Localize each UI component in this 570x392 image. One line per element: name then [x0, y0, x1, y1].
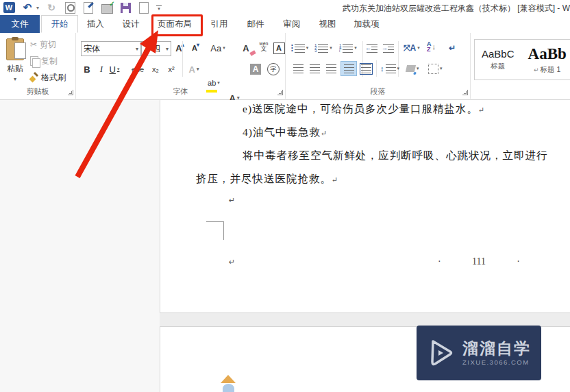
tab-mailings[interactable]: 邮件 — [238, 15, 273, 33]
bullets-lines — [295, 44, 305, 53]
doc-paragraph: 4)油气中毒急救↵ — [243, 125, 327, 140]
bullets-dots: ••• — [291, 44, 293, 52]
paste-button[interactable]: 粘贴 ▾ — [3, 38, 27, 93]
style-sample: AaBb — [528, 45, 567, 63]
undo-dropdown-icon[interactable]: ▾ — [36, 5, 39, 11]
decrease-indent-button[interactable] — [367, 41, 377, 55]
borders-button[interactable]: ▾ — [428, 62, 443, 75]
asian-layout-button[interactable]: ⤧A ▾ — [404, 41, 420, 55]
tab-review[interactable]: 审阅 — [273, 15, 310, 33]
word-logo-icon[interactable]: W — [3, 1, 15, 14]
show-hide-marks-button[interactable]: ↵ — [449, 41, 456, 55]
phonetic-guide-button[interactable]: wén 文 — [256, 39, 271, 54]
style-item-heading1[interactable]: AaBb ↵标题 1 — [521, 40, 570, 79]
change-case-dropdown-icon: ▾ — [223, 45, 225, 51]
clipboard-dialog-launcher[interactable] — [68, 90, 73, 95]
align-center-button[interactable] — [308, 62, 321, 75]
redo-button[interactable]: ↻ — [45, 1, 58, 14]
grow-font-button[interactable]: A▴ — [173, 40, 187, 56]
pinyin-icon: wén 文 — [260, 41, 269, 52]
change-case-label: Aa — [210, 43, 221, 53]
paint-bucket-icon — [406, 65, 416, 72]
save-button[interactable] — [119, 1, 132, 14]
multilevel-lines — [343, 44, 353, 53]
subscript-button[interactable]: x₂ — [149, 62, 162, 77]
paragraph-group: ••• ▾ 123 ▾ 1ai ▾ ⤧A ▾ — [286, 33, 471, 99]
customize-qat-dropdown[interactable]: ▾ — [156, 5, 162, 10]
font-size-combo[interactable]: 小四 ▾ — [141, 41, 171, 56]
tab-file[interactable]: 文件 — [0, 15, 40, 33]
font-name-value: 宋体 — [84, 43, 100, 55]
superscript-button[interactable]: x² — [164, 62, 178, 77]
shading-dropdown-icon: ▾ — [417, 66, 419, 71]
character-shading-button[interactable]: A — [249, 62, 262, 77]
doc-paragraph: e)送医院途中，可给伤员多次少量口服精盐水。↵ — [243, 102, 484, 117]
bullets-button[interactable]: ••• ▾ — [291, 41, 308, 55]
multilevel-nums: 1ai — [339, 44, 341, 52]
cut-button[interactable]: ✂ 剪切 — [30, 38, 56, 51]
paragraph-mark: ↵ — [321, 129, 327, 137]
align-right-button[interactable] — [324, 62, 338, 75]
tab-design[interactable]: 设计 — [113, 15, 149, 33]
format-painter-button[interactable]: 格式刷 — [30, 71, 66, 84]
distribute-button[interactable] — [358, 62, 373, 75]
ribbon: 粘贴 ▾ ✂ 剪切 复制 格式刷 剪贴板 宋体 ▾ — [0, 33, 570, 100]
increase-indent-button[interactable] — [383, 41, 394, 55]
copy-button[interactable]: 复制 — [30, 55, 58, 67]
numbering-button[interactable]: 123 ▾ — [314, 41, 332, 55]
align-left-button[interactable] — [291, 62, 305, 75]
title-bar: W ↶ ▾ ↻ ▾ 武功东关加油站双层罐改造工程承鑫（技术标） [兼容模式] -… — [0, 0, 570, 15]
line-spacing-button[interactable]: ↕ ▾ — [380, 62, 399, 75]
undo-button[interactable]: ↶ — [21, 1, 34, 14]
edit-button[interactable] — [82, 1, 95, 14]
font-name-combo[interactable]: 宋体 ▾ — [81, 41, 141, 56]
asian-layout-dropdown-icon: ▾ — [417, 45, 420, 51]
clipboard-group: 粘贴 ▾ ✂ 剪切 复制 格式刷 剪贴板 — [0, 33, 76, 99]
sort-button[interactable]: A Z ↓ — [427, 40, 436, 53]
tab-references[interactable]: 引用 — [201, 15, 238, 33]
print-preview-button[interactable] — [64, 1, 76, 14]
font-dialog-launcher[interactable] — [277, 90, 283, 95]
document-title: 武功东关加油站双层罐改造工程承鑫（技术标） [兼容模式] - W — [343, 3, 570, 14]
character-border-icon: A — [273, 42, 285, 54]
style-item-title[interactable]: AaBbC 标题 — [475, 40, 521, 79]
character-border-button[interactable]: A — [272, 40, 286, 56]
borders-icon — [428, 64, 438, 74]
multilevel-dropdown-icon: ▾ — [354, 45, 357, 51]
paragraph-dialog-launcher[interactable] — [462, 90, 468, 95]
format-painter-label: 格式刷 — [41, 72, 66, 84]
style-sample: AaBbC — [482, 48, 515, 60]
document-page-1[interactable]: e)送医院途中，可给伤员多次少量口服精盐水。↵ 4)油气中毒急救↵ 将中毒者移至… — [160, 100, 570, 313]
tab-page-layout[interactable]: 页面布局 — [149, 15, 201, 33]
new-document-button[interactable] — [138, 1, 150, 14]
styles-gallery: AaBbC 标题 AaBb ↵标题 1 — [474, 39, 570, 80]
tab-view[interactable]: 视图 — [310, 15, 345, 33]
multilevel-list-button[interactable]: 1ai ▾ — [339, 41, 357, 55]
document-shape-blue — [223, 384, 234, 392]
paste-dropdown-icon: ▾ — [14, 76, 16, 82]
enclose-characters-button[interactable]: 字 — [267, 62, 280, 77]
text-effects-button[interactable]: A▾ — [186, 62, 202, 77]
strikethrough-button[interactable]: abc — [129, 62, 146, 77]
font-size-value: 小四 — [144, 43, 160, 55]
printer-icon — [101, 4, 113, 14]
superscript-label: x² — [168, 65, 174, 73]
watermark-url: ZIXUE.3066.COM — [462, 359, 531, 366]
watermark-brand: 溜溜自学 — [462, 340, 531, 357]
change-case-button[interactable]: Aa ▾ — [208, 40, 228, 56]
bold-label: B — [84, 64, 90, 75]
shrink-font-button[interactable]: A▾ — [189, 40, 203, 56]
clear-formatting-button[interactable]: A — [239, 40, 253, 56]
asian-layout-icon: ⤧A — [404, 43, 416, 53]
justify-button[interactable] — [340, 61, 357, 76]
quick-print-button[interactable] — [101, 1, 113, 14]
italic-button[interactable]: I — [97, 62, 106, 77]
tab-addins[interactable]: 加载项 — [345, 15, 388, 33]
tab-insert[interactable]: 插入 — [78, 15, 113, 33]
tab-home[interactable]: 开始 — [41, 15, 78, 33]
shading-button[interactable]: ▾ — [406, 62, 419, 75]
bold-button[interactable]: B — [82, 62, 92, 77]
clipboard-icon — [6, 38, 24, 60]
underline-button[interactable]: U▾ — [109, 62, 120, 77]
quick-access-toolbar: W ↶ ▾ ↻ ▾ — [3, 1, 162, 14]
